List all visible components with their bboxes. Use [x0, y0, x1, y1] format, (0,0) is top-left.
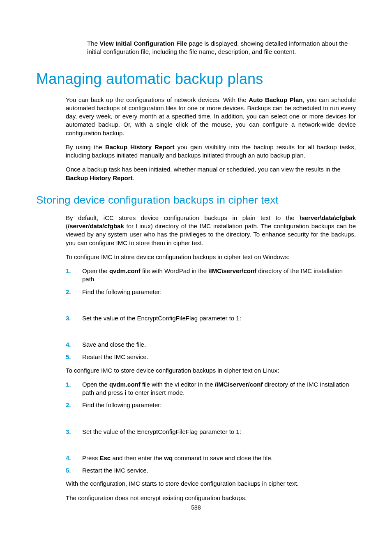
- steps-windows: 1. Open the qvdm.conf file with WordPad …: [66, 267, 356, 362]
- step-item: 2. Find the following parameter:: [66, 288, 356, 296]
- step-number: 2.: [66, 401, 71, 409]
- intro-paragraph: The View Initial Configuration File page…: [87, 39, 356, 56]
- step-item: 4. Save and close the file.: [66, 341, 356, 349]
- step-number: 5.: [66, 353, 71, 361]
- document-page: The View Initial Configuration File page…: [0, 0, 392, 533]
- bold-text: /server/data/cfgbak: [68, 222, 124, 229]
- subsection-body: By default, iCC stores device configurat…: [66, 214, 356, 502]
- bold-text: \IMC\server\conf: [208, 267, 256, 274]
- step-item: 2. Find the following parameter:: [66, 401, 356, 409]
- text: .: [133, 174, 134, 181]
- text: By using the: [66, 144, 105, 151]
- section-body: You can back up the configurations of ne…: [66, 96, 356, 182]
- step-item: 3. Set the value of the EncryptConfigFil…: [66, 428, 356, 436]
- steps-linux: 1. Open the qvdm.conf file with the vi e…: [66, 380, 356, 475]
- paragraph: You can back up the configurations of ne…: [66, 96, 356, 137]
- text: The: [87, 40, 99, 47]
- step-number: 4.: [66, 341, 71, 349]
- text: By default, iCC stores device configurat…: [66, 214, 300, 221]
- paragraph: By default, iCC stores device configurat…: [66, 214, 356, 247]
- bold-text: qvdm.conf: [109, 381, 141, 388]
- paragraph: By using the Backup History Report you g…: [66, 143, 356, 160]
- step-number: 3.: [66, 428, 71, 436]
- bold-text: qvdm.conf: [109, 267, 141, 274]
- step-number: 1.: [66, 380, 71, 389]
- text: Restart the IMC service.: [82, 353, 148, 360]
- text: You can back up the configurations of ne…: [66, 96, 249, 103]
- heading-1: Managing automatic backup plans: [36, 70, 356, 88]
- text: Open the: [82, 381, 109, 388]
- text: Set the value of the EncryptConfigFileFl…: [82, 428, 241, 435]
- text: Press: [82, 454, 100, 461]
- text: Save and close the file.: [82, 341, 146, 348]
- step-item: 5. Restart the IMC service.: [66, 466, 356, 475]
- step-item: 3. Set the value of the EncryptConfigFil…: [66, 314, 356, 322]
- text: command to save and close the file.: [173, 454, 272, 461]
- paragraph: Once a backup task has been initiated, w…: [66, 165, 356, 182]
- bold-text: Auto Backup Plan: [249, 96, 302, 103]
- step-number: 3.: [66, 314, 71, 322]
- paragraph: With the configuration, IMC starts to st…: [66, 480, 356, 488]
- text: Find the following parameter:: [82, 288, 161, 295]
- text: Open the: [82, 267, 109, 274]
- text: file with WordPad in the: [141, 267, 209, 274]
- step-number: 4.: [66, 454, 71, 462]
- bold-text: \server\data\cfgbak: [300, 214, 356, 221]
- bold-text: /IMC/server/conf: [215, 381, 263, 388]
- step-number: 5.: [66, 466, 71, 475]
- paragraph: To configure IMC to store device configu…: [66, 366, 356, 375]
- text: Set the value of the EncryptConfigFileFl…: [82, 315, 241, 322]
- text: and then enter the: [111, 454, 164, 461]
- step-number: 2.: [66, 288, 71, 296]
- bold-text: Esc: [100, 454, 111, 461]
- text: file with the vi editor in the: [141, 381, 215, 388]
- step-item: 1. Open the qvdm.conf file with the vi e…: [66, 380, 356, 397]
- page-number: 588: [0, 504, 392, 511]
- text: Find the following parameter:: [82, 401, 161, 408]
- paragraph: The configuration does not encrypt exist…: [66, 494, 356, 502]
- step-item: 1. Open the qvdm.conf file with WordPad …: [66, 267, 356, 284]
- bold-text: Backup History Report: [66, 174, 133, 181]
- text: Restart the IMC service.: [82, 467, 148, 474]
- bold-text: Backup History Report: [105, 144, 175, 151]
- paragraph: To configure IMC to store device configu…: [66, 253, 356, 261]
- step-item: 4. Press Esc and then enter the wq comma…: [66, 454, 356, 462]
- step-number: 1.: [66, 267, 71, 275]
- text: Once a backup task has been initiated, w…: [66, 166, 341, 173]
- step-item: 5. Restart the IMC service.: [66, 353, 356, 361]
- bold-text: View Initial Configuration File: [99, 40, 187, 47]
- bold-text: wq: [164, 454, 173, 461]
- text: to enter insert mode.: [127, 389, 185, 396]
- heading-2: Storing device configuration backups in …: [36, 194, 356, 206]
